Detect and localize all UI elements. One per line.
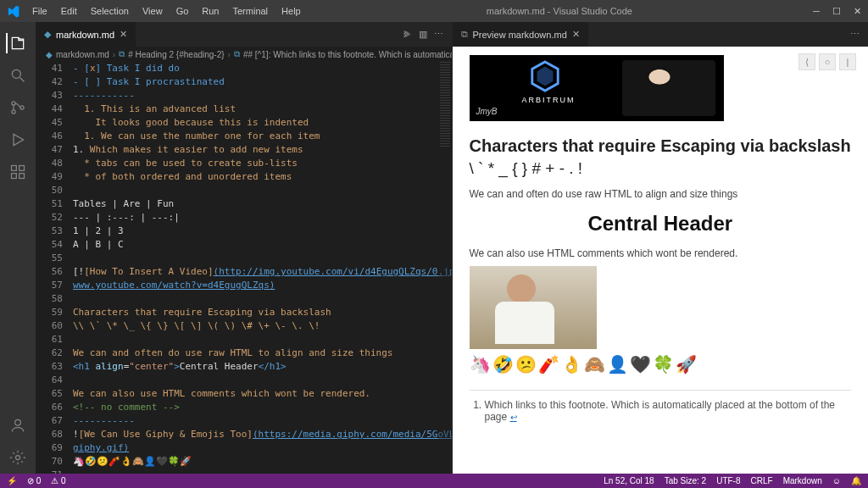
code-line[interactable]: Characters that require Escaping via bac… <box>73 306 437 319</box>
code-line[interactable]: 🦄🤣😕🧨👌🙈👤🖤🍀🚀 <box>73 455 437 469</box>
code-line[interactable]: - [ ] Task I procrastinated <box>73 75 437 89</box>
code-line[interactable]: ----------- <box>73 414 437 428</box>
menu-go[interactable]: Go <box>170 3 195 19</box>
tab-close-icon[interactable]: ✕ <box>572 29 580 40</box>
open-preview-icon[interactable]: ⫸ <box>403 29 412 40</box>
code-line[interactable] <box>73 252 437 265</box>
code-line[interactable]: Tables | Are | Fun <box>73 197 437 211</box>
breadcrumb-file[interactable]: markdown.md <box>56 50 109 59</box>
breadcrumb-h2b[interactable]: ## [^1]: Which links to this footnote. W… <box>243 50 452 59</box>
code-line[interactable]: \\ \` \* \_ \{ \} \[ \] \( \) \# \+ \- \… <box>73 319 437 333</box>
account-icon[interactable] <box>8 415 28 435</box>
preview-pane: ⧉ Preview markdown.md ✕ ⋯ ⟨ ○ | ARBITRUM… <box>453 22 869 474</box>
minimap[interactable] <box>438 62 452 474</box>
tab-label: markdown.md <box>56 30 114 40</box>
remote-indicator[interactable]: ⚡ <box>7 476 17 485</box>
code-line[interactable]: - [x] Task I did do <box>73 62 437 75</box>
svg-rect-6 <box>12 166 17 171</box>
minimize-button[interactable]: ─ <box>812 6 821 16</box>
markdown-file-icon: ◆ <box>44 29 51 40</box>
status-bell-icon[interactable]: 🔔 <box>851 476 861 485</box>
status-tabsize[interactable]: Tab Size: 2 <box>665 476 706 485</box>
code-line[interactable]: 1. Which makes it easier to add new item… <box>73 143 437 157</box>
status-eol[interactable]: CRLF <box>751 476 773 485</box>
code-line[interactable]: www.youtube.com/watch?v=d4EgugQLZqs) <box>73 279 437 292</box>
menu-file[interactable]: File <box>26 3 53 19</box>
code-line[interactable]: * tabs can be used to create sub-lists <box>73 157 437 170</box>
code-line[interactable]: A | B | C <box>73 238 437 252</box>
status-warnings[interactable]: ⚠ 0 <box>51 476 65 485</box>
menu-view[interactable]: View <box>136 3 169 19</box>
preview-tool-1[interactable]: ⟨ <box>798 53 815 70</box>
video-thumbnail[interactable]: ARBITRUM JmyB <box>470 55 724 121</box>
code-line[interactable]: ----------- <box>73 89 437 103</box>
code-line[interactable]: <!-- no comment --> <box>73 401 437 414</box>
central-header: Central Header <box>470 212 852 236</box>
menu-edit[interactable]: Edit <box>55 3 83 19</box>
code-editor[interactable]: 4142434445464748495051525354555657585960… <box>36 62 452 474</box>
breadcrumb-h2[interactable]: # Heading 2 {#heading-2} <box>128 50 224 59</box>
code-line[interactable]: 1. This is an advanced list <box>73 103 437 116</box>
code-line[interactable]: * of both ordered and unordered items <box>73 170 437 184</box>
main-menu: File Edit Selection View Go Run Terminal… <box>26 3 307 19</box>
code-line[interactable]: [![How To Insert A Video](http://img.you… <box>73 265 437 279</box>
menu-run[interactable]: Run <box>196 3 225 19</box>
code-line[interactable]: We can and often do use raw HTML to alig… <box>73 347 437 360</box>
vscode-icon <box>7 5 19 18</box>
menu-selection[interactable]: Selection <box>85 3 135 19</box>
emoji-row: 🦄🤣😕🧨👌🙈👤🖤🍀🚀 <box>470 354 852 374</box>
status-language[interactable]: Markdown <box>783 476 822 485</box>
tab-preview[interactable]: ⧉ Preview markdown.md ✕ <box>453 22 588 47</box>
code-line[interactable]: It looks good because this is indented <box>73 116 437 130</box>
code-line[interactable] <box>73 292 437 306</box>
code-line[interactable] <box>73 333 437 347</box>
code-line[interactable] <box>73 184 437 197</box>
split-editor-icon[interactable]: ▥ <box>419 29 427 40</box>
preview-p1: We can and often do use raw HTML to alig… <box>470 188 852 200</box>
preview-p2: We can also use HTML comments which wont… <box>470 247 852 259</box>
svg-point-10 <box>15 419 21 425</box>
tab-close-icon[interactable]: ✕ <box>120 29 127 40</box>
menu-help[interactable]: Help <box>275 3 307 19</box>
svg-marker-5 <box>14 134 24 145</box>
svg-rect-9 <box>19 174 25 179</box>
status-cursor[interactable]: Ln 52, Col 18 <box>604 476 654 485</box>
close-button[interactable]: ✕ <box>853 6 861 17</box>
code-line[interactable]: --- | :---: | ---:| <box>73 211 437 225</box>
code-line[interactable]: 1 | 2 | 3 <box>73 225 437 238</box>
preview-icon: ⧉ <box>461 29 468 40</box>
status-feedback-icon[interactable]: ☺ <box>832 476 841 485</box>
title-bar: File Edit Selection View Go Run Terminal… <box>0 0 868 22</box>
status-errors[interactable]: ⊘ 0 <box>27 476 41 485</box>
preview-tool-3[interactable]: | <box>839 53 856 70</box>
explorer-icon[interactable] <box>6 33 26 53</box>
menu-terminal[interactable]: Terminal <box>227 3 275 19</box>
tab-label: Preview markdown.md <box>473 30 567 40</box>
preview-h2: Characters that require Escaping via bac… <box>470 136 852 156</box>
svg-line-1 <box>20 78 25 82</box>
more-actions-icon[interactable]: ⋯ <box>850 29 860 40</box>
code-area[interactable]: - [x] Task I did do- [ ] Task I procrast… <box>73 62 437 474</box>
search-icon[interactable] <box>8 65 28 86</box>
code-line[interactable]: ![We Can Use Giphy & Emojis Too](https:/… <box>73 428 437 441</box>
code-line[interactable] <box>73 374 437 387</box>
status-encoding[interactable]: UTF-8 <box>716 476 740 485</box>
svg-point-0 <box>12 69 20 78</box>
preview-tool-2[interactable]: ○ <box>819 53 836 70</box>
code-line[interactable]: <h1 align="center">Central Header</h1> <box>73 360 437 374</box>
tab-markdown[interactable]: ◆ markdown.md ✕ <box>36 22 136 47</box>
markdown-preview[interactable]: ⟨ ○ | ARBITRUM JmyB Characters that requ… <box>453 47 869 474</box>
breadcrumb[interactable]: ◆ markdown.md › ⧉ # Heading 2 {#heading-… <box>36 47 452 62</box>
maximize-button[interactable]: ☐ <box>832 6 841 17</box>
extensions-icon[interactable] <box>8 162 28 182</box>
preview-tabs: ⧉ Preview markdown.md ✕ ⋯ <box>453 22 869 47</box>
debug-icon[interactable] <box>8 130 28 150</box>
more-actions-icon[interactable]: ⋯ <box>434 29 443 40</box>
code-line[interactable]: giphy.gif) <box>73 441 437 455</box>
svg-point-3 <box>12 110 15 114</box>
source-control-icon[interactable] <box>8 97 28 118</box>
code-line[interactable]: We can also use HTML comments which wont… <box>73 387 437 401</box>
code-line[interactable]: 1. We can use the number one for each it… <box>73 130 437 143</box>
settings-icon[interactable] <box>8 447 28 468</box>
footnote-back-link[interactable]: ↩ <box>510 413 517 422</box>
